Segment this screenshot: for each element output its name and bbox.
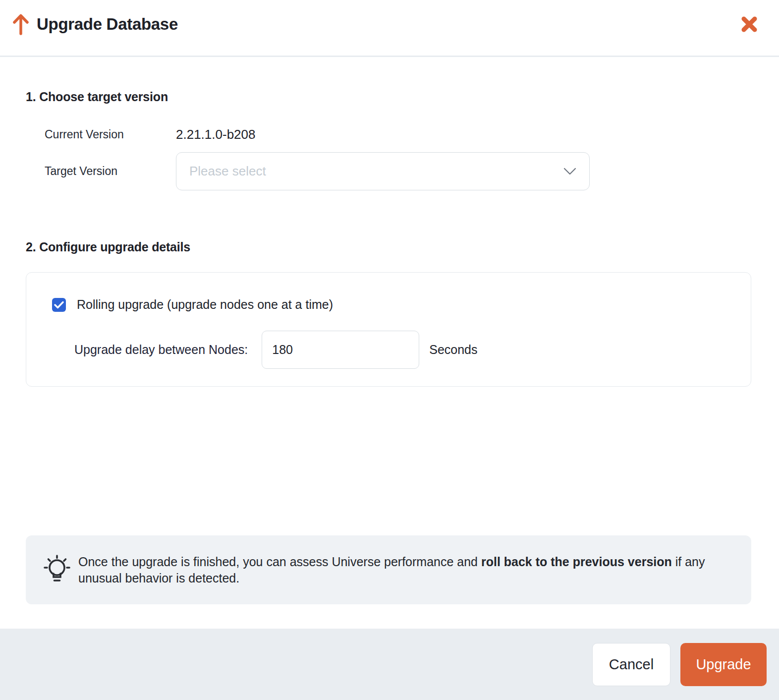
cancel-button[interactable]: Cancel	[592, 643, 670, 686]
info-text-bold: roll back to the previous version	[481, 555, 672, 569]
current-version-label: Current Version	[45, 128, 176, 141]
info-note: Once the upgrade is finished, you can as…	[26, 535, 751, 604]
info-text-before: Once the upgrade is finished, you can as…	[78, 555, 481, 569]
target-version-row: Target Version Please select	[45, 152, 751, 190]
upgrade-arrow-icon	[11, 13, 31, 36]
upgrade-delay-label: Upgrade delay between Nodes:	[74, 343, 248, 357]
upgrade-button[interactable]: Upgrade	[680, 643, 767, 686]
rolling-upgrade-label[interactable]: Rolling upgrade (upgrade nodes one at a …	[77, 297, 333, 312]
upgrade-details-panel: Rolling upgrade (upgrade nodes one at a …	[26, 272, 751, 387]
upgrade-delay-row: Upgrade delay between Nodes: Seconds	[74, 331, 731, 369]
modal-footer: Cancel Upgrade	[0, 629, 779, 700]
lightbulb-icon	[41, 551, 73, 589]
chevron-down-icon	[563, 168, 576, 175]
checkmark-icon	[54, 301, 64, 309]
target-version-select[interactable]: Please select	[176, 152, 590, 190]
close-icon	[740, 15, 758, 33]
info-note-text: Once the upgrade is finished, you can as…	[78, 554, 731, 586]
close-button[interactable]	[739, 14, 759, 34]
upgrade-delay-input[interactable]	[262, 331, 419, 369]
section-heading-choose-version: 1. Choose target version	[26, 90, 751, 104]
modal-body: 1. Choose target version Current Version…	[0, 57, 779, 629]
upgrade-delay-unit: Seconds	[429, 343, 477, 357]
section-heading-configure: 2. Configure upgrade details	[26, 240, 751, 254]
rolling-upgrade-checkbox[interactable]	[52, 298, 66, 312]
modal-header: Upgrade Database	[0, 0, 779, 57]
modal-title: Upgrade Database	[37, 15, 178, 34]
target-version-placeholder: Please select	[189, 164, 563, 179]
current-version-value: 2.21.1.0-b208	[176, 127, 255, 142]
rolling-upgrade-row: Rolling upgrade (upgrade nodes one at a …	[52, 297, 731, 312]
current-version-row: Current Version 2.21.1.0-b208	[45, 127, 751, 142]
target-version-label: Target Version	[45, 165, 176, 178]
